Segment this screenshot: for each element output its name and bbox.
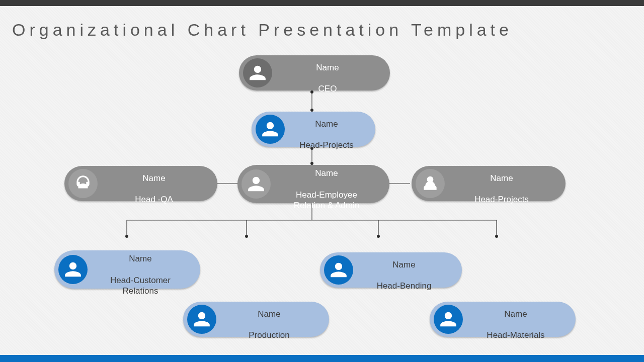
person-icon: [242, 169, 271, 199]
person-female-icon: [416, 169, 445, 198]
node-name: Name: [315, 119, 338, 129]
node-name: Name: [315, 168, 338, 178]
node-name: Name: [142, 173, 165, 183]
svg-point-10: [125, 235, 128, 238]
node-label: Name Head-Employee Relation & Admin: [274, 157, 379, 211]
node-label: Name CEO: [275, 52, 380, 95]
node-head-admin: Name Head-Employee Relation & Admin: [237, 165, 389, 203]
person-headset-icon: [68, 169, 98, 198]
node-label: Name Head -QA: [101, 162, 207, 205]
svg-point-14: [377, 235, 380, 238]
node-role: Head -QA: [135, 195, 173, 204]
svg-point-12: [245, 235, 248, 238]
node-name: Name: [129, 254, 151, 263]
node-head-bending: Name Head-Bending: [320, 252, 462, 288]
node-name: Name: [490, 173, 513, 183]
node-role: CEO: [318, 84, 337, 94]
node-label: Name Head-Materials: [466, 298, 566, 341]
node-production: Name Production: [183, 302, 329, 337]
person-icon: [434, 305, 463, 334]
node-role: Head-Bending: [377, 281, 432, 291]
node-head-customer-relations: Name Head-Customer Relations: [54, 250, 200, 289]
node-label: Name Head-Customer Relations: [91, 243, 190, 296]
org-chart-canvas: Name CEO Name Head-Projects Name Head -Q…: [0, 0, 644, 362]
node-role: Production: [249, 330, 289, 340]
node-label: Name Head-Bending: [356, 249, 452, 292]
node-head-qa: Name Head -QA: [64, 166, 217, 201]
node-name: Name: [316, 63, 339, 72]
node-label: Name Production: [219, 298, 319, 341]
node-role: Head-Customer Relations: [110, 276, 171, 296]
node-role: Head-Projects: [299, 140, 354, 150]
person-icon: [256, 115, 285, 144]
svg-point-16: [495, 235, 498, 238]
person-icon: [243, 58, 272, 87]
node-ceo: Name CEO: [239, 55, 390, 90]
node-label: Name Head-Projects: [288, 108, 365, 151]
node-head-materials: Name Head-Materials: [430, 302, 576, 337]
person-icon: [324, 255, 353, 285]
node-role: Head-Employee Relation & Admin: [294, 190, 359, 210]
person-icon: [187, 305, 216, 334]
node-name: Name: [258, 309, 280, 319]
node-role: Head-Projects: [474, 195, 529, 204]
node-head-projects-2: Name Head-Projects: [412, 166, 566, 201]
node-head-projects-1: Name Head-Projects: [252, 112, 375, 147]
node-role: Head-Materials: [487, 330, 544, 340]
node-name: Name: [392, 260, 415, 269]
node-name: Name: [504, 309, 527, 319]
node-label: Name Head-Projects: [448, 162, 555, 205]
person-icon: [58, 255, 88, 284]
